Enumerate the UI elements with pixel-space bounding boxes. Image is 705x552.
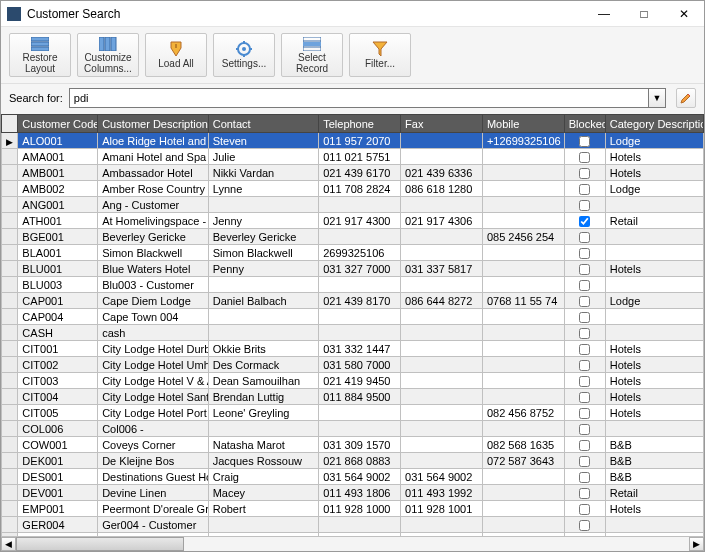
search-edit-button[interactable] (676, 88, 696, 108)
cell-blocked[interactable] (564, 229, 605, 245)
cell-blocked[interactable] (564, 133, 605, 149)
cell-fax[interactable] (401, 437, 483, 453)
row-indicator[interactable] (2, 405, 18, 421)
table-row[interactable]: ALO001Aloe Ridge Hotel and GameSteven011… (2, 133, 704, 149)
cell-telephone[interactable]: 011 021 5751 (319, 149, 401, 165)
cell-description[interactable]: De Kleijne Bos (98, 453, 209, 469)
cell-mobile[interactable] (482, 357, 564, 373)
cell-category[interactable]: Hotels (605, 405, 703, 421)
cell-blocked[interactable] (564, 293, 605, 309)
cell-telephone[interactable]: 031 564 9002 (319, 469, 401, 485)
cell-contact[interactable]: Brendan Luttig (208, 389, 319, 405)
cell-code[interactable]: AMB002 (18, 181, 98, 197)
cell-contact[interactable]: Julie (208, 149, 319, 165)
cell-telephone[interactable]: 031 580 7000 (319, 357, 401, 373)
table-row[interactable]: BLU001Blue Waters HotelPenny031 327 7000… (2, 261, 704, 277)
cell-contact[interactable]: Dean Samouilhan (208, 373, 319, 389)
cell-telephone[interactable]: 021 868 0883 (319, 453, 401, 469)
blocked-checkbox[interactable] (579, 280, 590, 291)
cell-code[interactable]: BGE001 (18, 229, 98, 245)
cell-category[interactable] (605, 421, 703, 437)
blocked-checkbox[interactable] (579, 200, 590, 211)
cell-description[interactable]: Devine Linen (98, 485, 209, 501)
minimize-button[interactable]: — (584, 1, 624, 27)
table-row[interactable]: CIT001City Lodge Hotel DurbanOkkie Brits… (2, 341, 704, 357)
cell-code[interactable]: EMP001 (18, 501, 98, 517)
cell-fax[interactable] (401, 373, 483, 389)
blocked-checkbox[interactable] (579, 472, 590, 483)
cell-fax[interactable]: 031 564 9002 (401, 469, 483, 485)
cell-description[interactable]: Coveys Corner (98, 437, 209, 453)
cell-telephone[interactable] (319, 421, 401, 437)
cell-category[interactable]: Hotels (605, 357, 703, 373)
cell-code[interactable]: ATH001 (18, 213, 98, 229)
table-row[interactable]: COW001Coveys CornerNatasha Marot031 309 … (2, 437, 704, 453)
blocked-checkbox[interactable] (579, 136, 590, 147)
cell-category[interactable]: Retail (605, 485, 703, 501)
cell-description[interactable]: City Lodge Hotel Santon, Mi (98, 389, 209, 405)
cell-telephone[interactable]: 021 419 9450 (319, 373, 401, 389)
table-row[interactable]: DEV001Devine LinenMacey011 493 1806011 4… (2, 485, 704, 501)
cell-telephone[interactable] (319, 197, 401, 213)
cell-contact[interactable] (208, 197, 319, 213)
cell-description[interactable]: Simon Blackwell (98, 245, 209, 261)
hscroll-thumb[interactable] (16, 537, 184, 551)
cell-contact[interactable]: Natasha Marot (208, 437, 319, 453)
col-customer-description[interactable]: Customer Description (98, 115, 209, 133)
cell-fax[interactable] (401, 389, 483, 405)
row-indicator[interactable] (2, 133, 18, 149)
cell-telephone[interactable]: 011 493 1806 (319, 485, 401, 501)
cell-mobile[interactable]: +12699325106 (482, 133, 564, 149)
blocked-checkbox[interactable] (579, 312, 590, 323)
cell-contact[interactable]: Penny (208, 261, 319, 277)
cell-code[interactable]: CAP004 (18, 309, 98, 325)
blocked-checkbox[interactable] (579, 264, 590, 275)
row-indicator[interactable] (2, 357, 18, 373)
row-indicator[interactable] (2, 309, 18, 325)
cell-contact[interactable]: Beverley Gericke (208, 229, 319, 245)
cell-mobile[interactable]: 0768 11 55 74 (482, 293, 564, 309)
cell-description[interactable]: Ambassador Hotel (98, 165, 209, 181)
cell-contact[interactable]: Leone' Greyling (208, 405, 319, 421)
horizontal-scrollbar[interactable]: ◀ ▶ (1, 536, 704, 551)
cell-fax[interactable] (401, 229, 483, 245)
cell-code[interactable]: ALO001 (18, 133, 98, 149)
col-fax[interactable]: Fax (401, 115, 483, 133)
cell-blocked[interactable] (564, 517, 605, 533)
cell-contact[interactable]: Craig (208, 469, 319, 485)
cell-mobile[interactable] (482, 389, 564, 405)
cell-code[interactable]: CIT001 (18, 341, 98, 357)
cell-description[interactable]: City Lodge Hotel Durban (98, 341, 209, 357)
cell-mobile[interactable]: 072 587 3643 (482, 453, 564, 469)
cell-code[interactable]: COW001 (18, 437, 98, 453)
blocked-checkbox[interactable] (579, 456, 590, 467)
cell-mobile[interactable] (482, 421, 564, 437)
blocked-checkbox[interactable] (579, 248, 590, 259)
cell-telephone[interactable]: 021 439 6170 (319, 165, 401, 181)
cell-telephone[interactable]: 031 309 1570 (319, 437, 401, 453)
cell-mobile[interactable] (482, 373, 564, 389)
cell-blocked[interactable] (564, 453, 605, 469)
row-indicator[interactable] (2, 197, 18, 213)
cell-description[interactable]: At Homelivingspace - Willow (98, 213, 209, 229)
row-indicator[interactable] (2, 149, 18, 165)
row-indicator[interactable] (2, 389, 18, 405)
cell-description[interactable]: Aloe Ridge Hotel and Game (98, 133, 209, 149)
row-indicator[interactable] (2, 181, 18, 197)
cell-blocked[interactable] (564, 469, 605, 485)
cell-mobile[interactable] (482, 517, 564, 533)
cell-blocked[interactable] (564, 277, 605, 293)
cell-fax[interactable]: 031 337 5817 (401, 261, 483, 277)
cell-description[interactable]: Destinations Guest House (98, 469, 209, 485)
table-row[interactable]: GER004Ger004 - Customer (2, 517, 704, 533)
cell-code[interactable]: AMB001 (18, 165, 98, 181)
cell-description[interactable]: City Lodge Hotel Umhlanga (98, 357, 209, 373)
cell-blocked[interactable] (564, 181, 605, 197)
cell-telephone[interactable]: 021 917 4300 (319, 213, 401, 229)
cell-code[interactable]: GER004 (18, 517, 98, 533)
cell-contact[interactable] (208, 421, 319, 437)
row-indicator[interactable] (2, 485, 18, 501)
cell-blocked[interactable] (564, 405, 605, 421)
blocked-checkbox[interactable] (579, 408, 590, 419)
cell-fax[interactable] (401, 245, 483, 261)
